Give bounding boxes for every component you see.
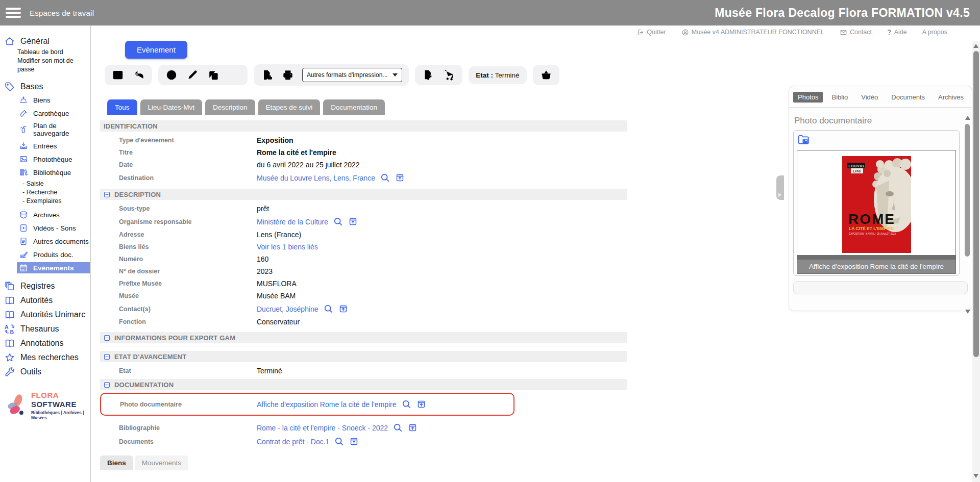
open-record-icon[interactable] [408,423,418,433]
search-icon[interactable] [393,422,403,433]
sidebar-item-phototheque[interactable]: Photothèque [17,154,90,165]
collapse-icon[interactable] [104,353,110,360]
open-record-icon[interactable] [348,217,358,226]
search-icon[interactable] [334,436,345,447]
media-tab-photos[interactable]: Photos [793,92,823,103]
biens-lies-link[interactable]: Voir les 1 biens liés [257,243,318,251]
sidebar-item-entrees[interactable]: Entrées [17,140,90,151]
chevron-down-icon [393,73,398,77]
sidebar-item-carotheque[interactable]: Carothèque [17,108,90,119]
sidebar-item-autres-documents[interactable]: Autres documents [17,236,90,247]
print-button[interactable] [281,68,295,82]
collapse-icon[interactable] [104,382,110,388]
contact-link[interactable]: Ducruet, Joséphine [257,305,318,313]
field-label: Contact(s) [100,306,257,313]
open-record-icon[interactable] [349,437,359,446]
search-icon[interactable] [323,303,334,314]
search-icon[interactable] [380,172,390,183]
record-type-tab[interactable]: Evènement [125,41,187,59]
sidebar-item-autorites[interactable]: Autorités [4,295,90,306]
books-icon [19,168,28,177]
sidebar-item-modifier-mot-de-passe[interactable]: Modifier son mot de passe [17,57,90,74]
collapse-icon[interactable] [104,191,110,198]
open-record-icon[interactable] [416,399,426,409]
sidebar-item-exemplaires[interactable]: - Exemplaires [22,197,90,205]
open-record-icon[interactable] [395,173,405,183]
scrollbar-thumb[interactable] [965,124,970,257]
add-record-button[interactable] [165,68,178,82]
scroll-up-arrow[interactable] [973,44,978,48]
sidebar-item-recherche[interactable]: - Recherche [22,189,90,196]
delete-record-button[interactable] [228,68,241,82]
scroll-down-arrow[interactable] [973,474,978,478]
sidebar-item-plan-de-sauvegarde[interactable]: Plan de sauvegarde [17,121,90,138]
sidebar-item-annotations[interactable]: Annotations [4,338,90,349]
scroll-down-arrow[interactable] [965,310,970,314]
sidebar-item-registres[interactable]: Registres [4,281,90,292]
help-button[interactable]: ? Aide [887,28,907,36]
tab-biens[interactable]: Biens [100,455,133,470]
collapse-icon[interactable] [104,335,110,341]
tab-mouvements[interactable]: Mouvements [135,455,188,470]
media-tab-biblio[interactable]: Biblio [827,92,852,103]
tab-tous[interactable]: Tous [107,99,137,115]
sidebar-item-archives[interactable]: Archives [17,209,90,220]
section-documentation[interactable]: DOCUMENTATION [100,379,627,390]
scroll-up-arrow[interactable] [965,116,970,120]
export-document-button[interactable] [260,68,274,82]
sidebar-item-thesaurus[interactable]: Thesaurus [4,323,90,335]
documents-link[interactable]: Contrat de prêt - Doc.1 [257,438,329,446]
sidebar-item-videos-sons[interactable]: Vidéos - Sons [17,222,90,234]
back-undo-button[interactable] [132,68,145,82]
media-tab-archives[interactable]: Archives [934,92,968,103]
open-record-icon[interactable] [338,304,348,314]
sidebar-item-outils[interactable]: Outils [4,366,90,377]
quit-button[interactable]: Quitter [636,29,666,36]
tab-lieu-dates-mvt[interactable]: Lieu-Dates-Mvt [140,99,203,115]
search-icon[interactable] [401,399,412,410]
hamburger-menu-icon[interactable] [6,6,21,20]
sidebar-label: Général [20,37,50,46]
sidebar-item-general[interactable]: Général [4,36,90,47]
workspace-label[interactable]: Espaces de travail [30,9,94,17]
sidebar-item-produits-doc[interactable]: Produits doc. [17,249,90,260]
tab-description[interactable]: Description [205,99,255,115]
section-description[interactable]: DESCRIPTION [100,189,627,200]
media-panel-heading: Photo documentaire [794,116,972,126]
current-user[interactable]: Musée v4 ADMINISTRATEUR FONCTIONNEL [681,29,824,36]
attach-document-button[interactable] [422,68,435,82]
destination-link[interactable]: Musée du Louvre Lens, Lens, France [257,174,375,182]
media-tab-video[interactable]: Vidéo [856,92,883,103]
sidebar-item-autorites-unimarc[interactable]: Autorités Unimarc [4,309,90,320]
sidebar-item-bibliotheque[interactable]: Bibliothèque [17,167,90,178]
svg-text:LA CITÉ ET L'EMPIRE: LA CITÉ ET L'EMPIRE [849,226,894,231]
sidebar-item-evenements[interactable]: Evènements [17,262,90,273]
sidebar-item-bases[interactable]: Bases [4,81,90,92]
search-icon[interactable] [333,216,344,227]
tab-documentation[interactable]: Documentation [323,99,385,115]
folder-image-icon[interactable] [797,133,810,146]
contact-button[interactable]: Contact [840,29,872,36]
print-formats-dropdown[interactable]: Autres formats d'impression... [302,68,402,82]
photo-documentaire-link[interactable]: Affiche d'exposition Rome la cité de l'e… [257,400,397,409]
section-export-gam[interactable]: INFORMATIONS POUR EXPORT GAM [100,332,627,343]
bibliographie-link[interactable]: Rome - la cité et l'empire - Snoeck - 20… [257,424,388,432]
media-tab-documents[interactable]: Documents [887,92,929,103]
tab-etapes-de-suivi[interactable]: Etapes de suivi [258,99,321,115]
section-avancement[interactable]: ETAT D'AVANCEMENT [100,351,627,362]
poster-thumbnail[interactable]: LOUVRE Lens ROME LA CITÉ ET L'EMPIRE EXP… [797,150,955,255]
scrollbar-thumb[interactable] [973,51,979,357]
display-list-search-button[interactable] [111,68,125,82]
basket-icon[interactable] [540,68,553,82]
sidebar-item-tableau-de-bord[interactable]: Tableau de bord [17,48,90,57]
movement-trolley-button[interactable] [443,68,456,82]
panel-splitter-handle[interactable] [776,175,784,200]
edit-record-button[interactable] [186,68,199,82]
organisme-link[interactable]: Ministère de la Culture [257,218,328,226]
about-button[interactable]: A propos [922,29,947,36]
sidebar-item-mes-recherches[interactable]: Mes recherches [4,352,90,363]
sidebar-item-saisie[interactable]: - Saisie [22,180,90,188]
duplicate-record-button[interactable] [207,68,220,82]
artifact-icon [19,95,28,105]
sidebar-item-biens[interactable]: Biens [17,94,90,106]
